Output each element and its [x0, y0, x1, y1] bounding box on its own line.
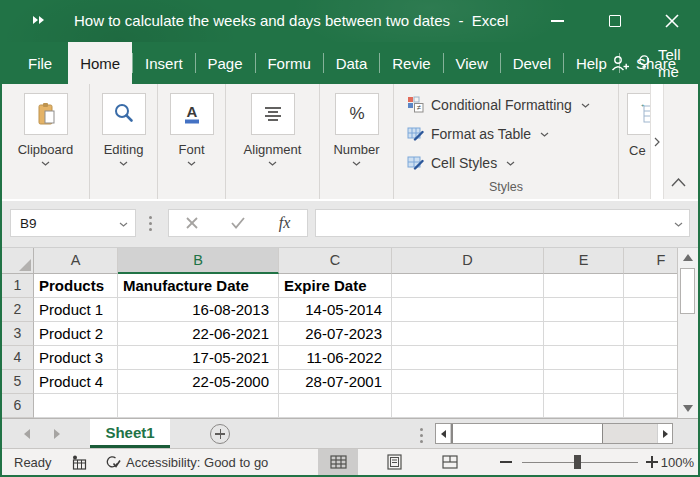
- ribbon-group-font[interactable]: A Font: [158, 84, 226, 199]
- column-header-d[interactable]: D: [392, 248, 544, 274]
- row-header-3[interactable]: 3: [2, 322, 34, 346]
- cell-a6[interactable]: [34, 394, 118, 418]
- ribbon-scroll-right-button[interactable]: [650, 84, 664, 199]
- cell-e6[interactable]: [544, 394, 624, 418]
- vertical-scrollbar[interactable]: [677, 248, 698, 418]
- cell-b5[interactable]: 22-05-2000: [118, 370, 279, 394]
- cell-c1[interactable]: Expire Date: [279, 274, 392, 298]
- cell-d5[interactable]: [392, 370, 544, 394]
- insert-function-button[interactable]: fx: [279, 214, 291, 232]
- column-header-c[interactable]: C: [279, 248, 392, 274]
- accessibility-status[interactable]: Accessibility: Good to go: [104, 449, 268, 475]
- formula-bar-resize-handle[interactable]: [149, 216, 152, 231]
- cells-group-button[interactable]: +: [627, 93, 650, 135]
- quick-access-toolbar-icon[interactable]: [33, 16, 44, 24]
- tab-file[interactable]: File: [12, 42, 68, 84]
- cell-b6[interactable]: [118, 394, 279, 418]
- ribbon-group-alignment[interactable]: Alignment: [226, 84, 320, 199]
- row-header-5[interactable]: 5: [2, 370, 34, 394]
- collapse-ribbon-button[interactable]: [671, 173, 686, 191]
- cell-a5[interactable]: Product 4: [34, 370, 118, 394]
- new-sheet-button[interactable]: [210, 424, 230, 444]
- cell-e2[interactable]: [544, 298, 624, 322]
- zoom-slider[interactable]: [522, 449, 638, 475]
- zoom-slider-thumb[interactable]: [574, 455, 581, 469]
- cell-a2[interactable]: Product 1: [34, 298, 118, 322]
- cell-c4[interactable]: 11-06-2022: [279, 346, 392, 370]
- tab-formulas[interactable]: Formu: [255, 42, 322, 84]
- zoom-in-button[interactable]: [646, 449, 658, 475]
- ribbon-group-number[interactable]: % Number: [320, 84, 394, 199]
- cell-d1[interactable]: [392, 274, 544, 298]
- zoom-out-button[interactable]: [500, 449, 512, 475]
- cell-b3[interactable]: 22-06-2021: [118, 322, 279, 346]
- cell-b4[interactable]: 17-05-2021: [118, 346, 279, 370]
- conditional-formatting-button[interactable]: ≠ Conditional Formatting: [407, 90, 618, 119]
- cell-c5[interactable]: 28-07-2001: [279, 370, 392, 394]
- cell-e4[interactable]: [544, 346, 624, 370]
- select-all-button[interactable]: [2, 248, 34, 274]
- cell-e3[interactable]: [544, 322, 624, 346]
- tabbar-resize-handle[interactable]: [420, 428, 423, 443]
- format-as-table-button[interactable]: Format as Table: [407, 119, 618, 148]
- number-group-button[interactable]: %: [335, 93, 379, 135]
- zoom-level[interactable]: 100%: [662, 449, 694, 475]
- cell-styles-button[interactable]: Cell Styles: [407, 148, 618, 177]
- cell-e5[interactable]: [544, 370, 624, 394]
- page-layout-view-button[interactable]: [374, 449, 414, 475]
- ribbon-group-editing[interactable]: Editing: [90, 84, 158, 199]
- column-header-b-selected[interactable]: B: [118, 248, 279, 274]
- cell-e1[interactable]: [544, 274, 624, 298]
- next-sheet-icon[interactable]: [54, 429, 60, 439]
- scroll-right-button[interactable]: [657, 424, 672, 443]
- cell-d2[interactable]: [392, 298, 544, 322]
- share-button[interactable]: Share: [610, 42, 676, 84]
- sheet-tab-sheet1[interactable]: Sheet1: [90, 419, 170, 448]
- tab-data[interactable]: Data: [324, 42, 380, 84]
- column-header-e[interactable]: E: [544, 248, 624, 274]
- scroll-left-button[interactable]: [436, 424, 451, 443]
- tab-insert[interactable]: Insert: [133, 42, 195, 84]
- cell-c6[interactable]: [279, 394, 392, 418]
- cell-a1[interactable]: Products: [34, 274, 118, 298]
- horizontal-scrollbar-track[interactable]: [603, 424, 657, 443]
- cell-c2[interactable]: 14-05-2014: [279, 298, 392, 322]
- clipboard-group-button[interactable]: [24, 93, 68, 135]
- cell-c3[interactable]: 26-07-2023: [279, 322, 392, 346]
- tab-developer[interactable]: Devel: [501, 42, 563, 84]
- horizontal-scrollbar-thumb[interactable]: [451, 424, 603, 443]
- vertical-scrollbar-thumb[interactable]: [680, 268, 695, 314]
- font-group-button[interactable]: A: [170, 93, 214, 135]
- cell-b2[interactable]: 16-08-2013: [118, 298, 279, 322]
- row-header-6[interactable]: 6: [2, 394, 34, 418]
- cell-a3[interactable]: Product 2: [34, 322, 118, 346]
- minimize-button[interactable]: [529, 0, 586, 42]
- name-box[interactable]: B9: [10, 209, 136, 237]
- cell-a4[interactable]: Product 3: [34, 346, 118, 370]
- close-button[interactable]: [643, 0, 700, 42]
- row-header-4[interactable]: 4: [2, 346, 34, 370]
- ribbon-group-cells-partial[interactable]: + Ce: [619, 84, 650, 199]
- tab-view[interactable]: View: [443, 42, 499, 84]
- cell-d4[interactable]: [392, 346, 544, 370]
- cancel-icon[interactable]: [186, 217, 198, 229]
- row-header-2[interactable]: 2: [2, 298, 34, 322]
- alignment-group-button[interactable]: [251, 93, 295, 135]
- previous-sheet-icon[interactable]: [24, 429, 30, 439]
- tab-page-layout[interactable]: Page: [195, 42, 254, 84]
- scroll-up-icon[interactable]: [683, 254, 693, 261]
- ribbon-group-clipboard[interactable]: Clipboard: [2, 84, 90, 199]
- column-header-a[interactable]: A: [34, 248, 118, 274]
- cell-b1[interactable]: Manufacture Date: [118, 274, 279, 298]
- cell-d6[interactable]: [392, 394, 544, 418]
- scroll-down-icon[interactable]: [683, 405, 693, 412]
- maximize-button[interactable]: [586, 0, 643, 42]
- normal-view-button[interactable]: [318, 449, 358, 475]
- cell-d3[interactable]: [392, 322, 544, 346]
- page-break-preview-button[interactable]: [430, 449, 470, 475]
- formula-input[interactable]: [315, 209, 690, 237]
- tab-review[interactable]: Revie: [380, 42, 442, 84]
- row-header-1[interactable]: 1: [2, 274, 34, 298]
- enter-check-icon[interactable]: [231, 217, 245, 229]
- horizontal-scrollbar[interactable]: [435, 423, 673, 444]
